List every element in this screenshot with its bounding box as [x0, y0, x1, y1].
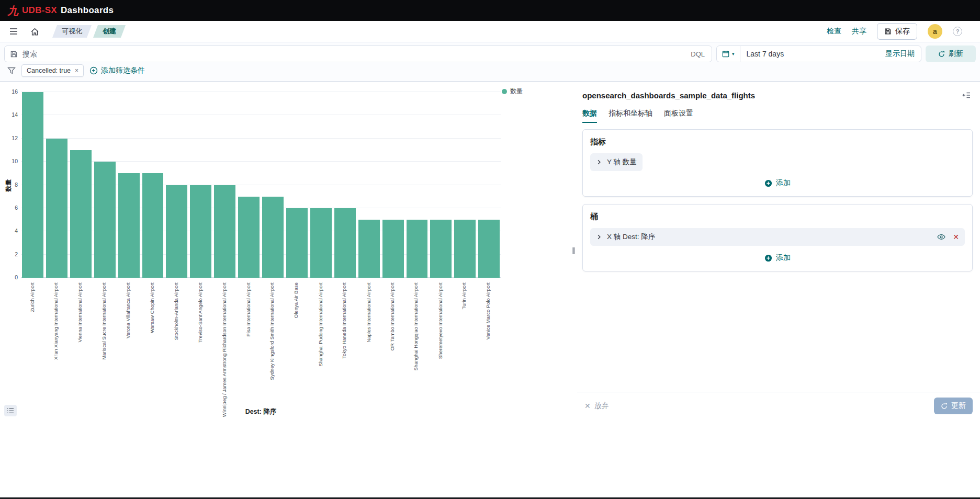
bar[interactable]: [238, 197, 260, 278]
bar[interactable]: [214, 185, 235, 278]
bar[interactable]: [22, 92, 43, 278]
bar[interactable]: [430, 220, 452, 278]
y-axis-tick-label: 12: [0, 135, 18, 141]
y-axis-tick-label: 16: [0, 88, 18, 95]
bucket-accordion-x-axis[interactable]: X 轴 Dest: 降序 ✕: [590, 228, 965, 246]
x-axis-tick-label: Xi'an Xianyang International Airport: [53, 282, 59, 360]
bucket-row-label: X 轴 Dest: 降序: [607, 232, 932, 242]
plot-column: Zurich AirportXi'an Xianyang Internation…: [21, 92, 501, 416]
x-axis-label-cell: Venice Marco Polo Airport: [478, 281, 500, 406]
bar[interactable]: [262, 197, 284, 278]
bar[interactable]: [358, 220, 380, 278]
main-content: 数量 数量 Zurich AirportXi'an Xianyang Inter…: [0, 82, 980, 419]
x-axis-tick-label: Shanghai Pudong International Airport: [317, 282, 323, 367]
save-button[interactable]: 保存: [877, 23, 917, 40]
plot-area: [21, 92, 501, 278]
search-input[interactable]: [22, 50, 684, 58]
refresh-button-label: 刷新: [949, 49, 963, 59]
y-axis-tick-label: 4: [0, 228, 18, 234]
bar[interactable]: [382, 220, 404, 278]
discard-label: 放弃: [594, 401, 609, 411]
buckets-heading: 桶: [590, 212, 965, 222]
x-axis-label-cell: Tokyo Haneda International Airport: [334, 281, 356, 406]
vis-editor-panel: opensearch_dashboards_sample_data_flight…: [577, 82, 980, 419]
x-axis-tick-label: Mariscal Sucre International Airport: [101, 282, 107, 360]
saved-query-icon[interactable]: [10, 50, 18, 58]
menu-button[interactable]: [5, 23, 22, 40]
share-button[interactable]: 共享: [852, 27, 866, 36]
add-filter-label: 添加筛选条件: [101, 66, 145, 75]
chevron-right-icon: [596, 234, 602, 240]
help-icon[interactable]: ?: [953, 27, 962, 36]
bar[interactable]: [190, 185, 211, 278]
collapse-panel-button[interactable]: [960, 89, 973, 101]
tab-metrics-axes[interactable]: 指标和坐标轴: [609, 109, 652, 123]
filter-bar: Cancelled: true × 添加筛选条件: [0, 64, 980, 82]
query-language-button[interactable]: DQL: [689, 50, 706, 58]
avatar[interactable]: a: [928, 24, 942, 39]
bar[interactable]: [142, 173, 164, 278]
add-bucket-button[interactable]: 添加: [764, 253, 791, 263]
legend-toggle-button[interactable]: [4, 405, 17, 416]
save-button-label: 保存: [895, 27, 910, 36]
bar[interactable]: [118, 173, 140, 278]
page-rest: [0, 419, 980, 497]
chart-legend-item[interactable]: 数量: [502, 87, 523, 96]
discard-button[interactable]: ✕ 放弃: [584, 401, 609, 411]
home-button[interactable]: [26, 23, 43, 40]
close-icon[interactable]: ×: [75, 67, 78, 74]
inspect-button[interactable]: 检查: [827, 27, 841, 36]
remove-bucket-icon[interactable]: ✕: [953, 233, 959, 241]
bar[interactable]: [70, 150, 92, 278]
refresh-button[interactable]: 刷新: [926, 46, 976, 62]
show-dates-button[interactable]: 显示日期: [879, 49, 921, 59]
add-metric-button[interactable]: 添加: [764, 178, 791, 188]
cross-icon: ✕: [584, 402, 591, 410]
filter-pill[interactable]: Cancelled: true ×: [21, 64, 84, 77]
eye-icon[interactable]: [937, 233, 945, 241]
panel-resizer[interactable]: [569, 82, 577, 419]
bars-layer: [21, 92, 501, 278]
legend-color-dot: [502, 89, 507, 94]
add-filter-button[interactable]: 添加筛选条件: [89, 66, 145, 75]
bar[interactable]: [46, 139, 67, 278]
bar[interactable]: [166, 185, 187, 278]
tab-data[interactable]: 数据: [582, 109, 597, 123]
bar[interactable]: [94, 162, 116, 278]
bar[interactable]: [454, 220, 476, 278]
breadcrumb-visualize[interactable]: 可视化: [52, 25, 92, 38]
date-quick-select-button[interactable]: ▾: [717, 46, 740, 62]
search-box[interactable]: DQL: [4, 46, 712, 62]
save-icon: [884, 28, 892, 35]
bar[interactable]: [310, 208, 332, 278]
bar[interactable]: [334, 208, 356, 278]
y-axis-tick-label: 10: [0, 158, 18, 164]
update-button[interactable]: 更新: [934, 398, 973, 414]
x-axis-tick-label: Sheremetyevo International Airport: [437, 282, 443, 359]
bar[interactable]: [407, 220, 428, 278]
bucket-row-actions: ✕: [937, 233, 959, 241]
list-icon: [7, 407, 14, 414]
filter-funnel-icon: [7, 66, 16, 75]
tab-panel-settings[interactable]: 面板设置: [664, 109, 693, 123]
editor-sections: 指标 Y 轴 数量 添加 桶: [582, 129, 973, 271]
x-axis-label-cell: Verona Villafranca Airport: [118, 281, 140, 406]
plus-circle-icon: [89, 66, 98, 75]
chevron-down-icon: ▾: [732, 51, 735, 56]
breadcrumb-create[interactable]: 创建: [93, 25, 126, 38]
bar[interactable]: [286, 208, 308, 278]
panel-header: opensearch_dashboards_sample_data_flight…: [582, 89, 973, 101]
calendar-icon: [722, 50, 729, 58]
x-axis-tick-label: Treviso-Sant'Angelo Airport: [197, 282, 203, 343]
metric-accordion-y-axis[interactable]: Y 轴 数量: [590, 153, 643, 171]
editor-tabs: 数据 指标和坐标轴 面板设置: [582, 109, 973, 123]
date-range-value[interactable]: Last 7 days: [740, 50, 791, 58]
add-bucket-label: 添加: [776, 253, 791, 263]
x-axis-label-cell: Zurich Airport: [22, 281, 43, 406]
metrics-heading: 指标: [590, 137, 965, 147]
x-axis-labels: Zurich AirportXi'an Xianyang Internation…: [21, 281, 501, 406]
x-axis-label-cell: Warsaw Chopin Airport: [142, 281, 164, 406]
buckets-section: 桶 X 轴 Dest: 降序 ✕ 添加: [582, 204, 973, 271]
bar[interactable]: [478, 220, 500, 278]
toolbar-actions: 检查 共享 保存 a ?: [827, 23, 975, 40]
